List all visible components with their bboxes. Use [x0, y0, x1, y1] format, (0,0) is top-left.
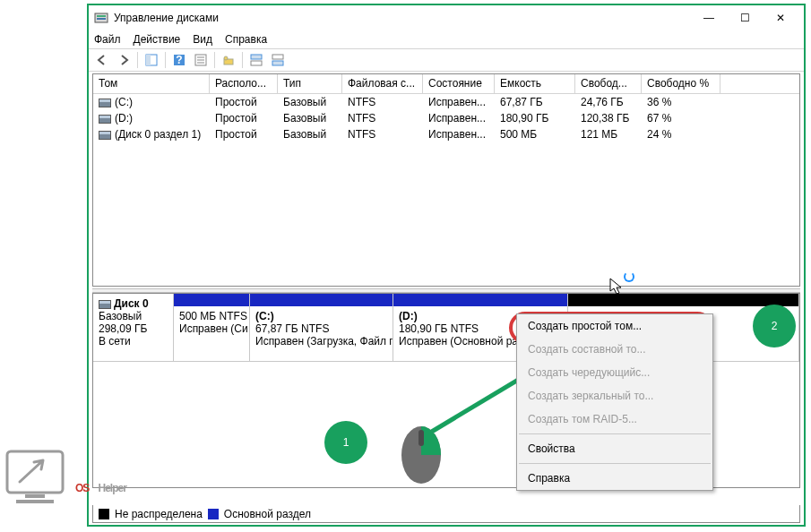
- svg-rect-1: [97, 15, 106, 17]
- settings-button[interactable]: [219, 50, 238, 70]
- menu-help[interactable]: Справка: [225, 33, 267, 46]
- view-button[interactable]: [142, 50, 161, 70]
- th-volume[interactable]: Том: [93, 74, 210, 93]
- svg-rect-13: [251, 55, 262, 59]
- volume-table[interactable]: Том Располо... Тип Файловая с... Состоян…: [92, 73, 800, 287]
- th-capacity[interactable]: Емкость: [495, 74, 575, 93]
- svg-rect-4: [146, 55, 151, 65]
- svg-rect-21: [25, 494, 45, 498]
- menubar: Файл Действие Вид Справка: [89, 30, 804, 48]
- context-properties[interactable]: Свойства: [517, 437, 712, 460]
- toolbar: ?: [89, 48, 804, 72]
- window-title: Управление дисками: [114, 12, 691, 24]
- table-row[interactable]: (D:)ПростойБазовыйNTFSИсправен...180,90 …: [93, 110, 799, 126]
- partition-system[interactable]: 500 МБ NTFS Исправен (Си: [174, 294, 250, 361]
- badge-step1: 1: [324, 421, 367, 464]
- busy-indicator-icon: [624, 271, 634, 282]
- svg-rect-22: [16, 500, 54, 503]
- context-item-1: Создать составной то...: [517, 338, 712, 361]
- partition-c[interactable]: (C:) 67,87 ГБ NTFS Исправен (Загрузка, Ф…: [250, 294, 393, 361]
- refresh-button[interactable]: [191, 50, 211, 70]
- th-free[interactable]: Свобод...: [575, 74, 642, 93]
- th-layout[interactable]: Располо...: [210, 74, 278, 93]
- badge-step2: 2: [753, 305, 796, 348]
- context-item-4: Создать том RAID-5...: [517, 408, 712, 431]
- disk-mgmt-icon: [94, 11, 108, 25]
- help-button[interactable]: ?: [169, 50, 189, 70]
- disk-label[interactable]: Диск 0 Базовый 298,09 ГБ В сети: [93, 294, 174, 361]
- cursor: [609, 278, 624, 298]
- svg-text:?: ?: [176, 54, 182, 66]
- th-fs[interactable]: Файловая с...: [342, 74, 423, 93]
- svg-rect-19: [418, 430, 424, 446]
- mouse-illustration: [397, 419, 445, 485]
- list-bottom-button[interactable]: [268, 50, 288, 70]
- close-button[interactable]: ✕: [763, 5, 798, 30]
- forward-button[interactable]: [114, 50, 134, 70]
- th-status[interactable]: Состояние: [423, 74, 495, 93]
- menu-view[interactable]: Вид: [193, 33, 212, 46]
- volume-icon: [99, 131, 111, 140]
- th-type[interactable]: Тип: [278, 74, 342, 93]
- list-top-button[interactable]: [246, 50, 266, 70]
- context-menu: Создать простой том...Создать составной …: [516, 313, 713, 491]
- table-row[interactable]: (C:)ПростойБазовыйNTFSИсправен...67,87 Г…: [93, 94, 799, 110]
- titlebar[interactable]: Управление дисками — ☐ ✕: [89, 5, 804, 30]
- svg-rect-14: [251, 61, 262, 65]
- table-row[interactable]: (Диск 0 раздел 1)ПростойБазовыйNTFSИспра…: [93, 126, 799, 142]
- volume-icon: [99, 115, 111, 124]
- menu-file[interactable]: Файл: [94, 33, 121, 46]
- disk-icon: [99, 300, 111, 309]
- svg-rect-16: [272, 61, 283, 65]
- svg-rect-2: [97, 18, 106, 20]
- minimize-button[interactable]: —: [691, 5, 727, 30]
- svg-rect-15: [272, 55, 283, 59]
- context-item-0[interactable]: Создать простой том...: [517, 314, 712, 338]
- table-header-row: Том Располо... Тип Файловая с... Состоян…: [93, 74, 799, 94]
- svg-rect-20: [7, 451, 63, 493]
- svg-point-12: [224, 56, 228, 60]
- maximize-button[interactable]: ☐: [727, 5, 763, 30]
- back-button[interactable]: [92, 50, 112, 70]
- menu-action[interactable]: Действие: [134, 33, 181, 46]
- watermark-logo: OS Helper: [4, 442, 308, 516]
- context-item-3: Создать зеркальный то...: [517, 384, 712, 408]
- th-free-pct[interactable]: Свободно %: [642, 74, 720, 93]
- context-help[interactable]: Справка: [517, 467, 712, 490]
- volume-icon: [99, 99, 111, 107]
- context-item-2: Создать чередующийс...: [517, 361, 712, 384]
